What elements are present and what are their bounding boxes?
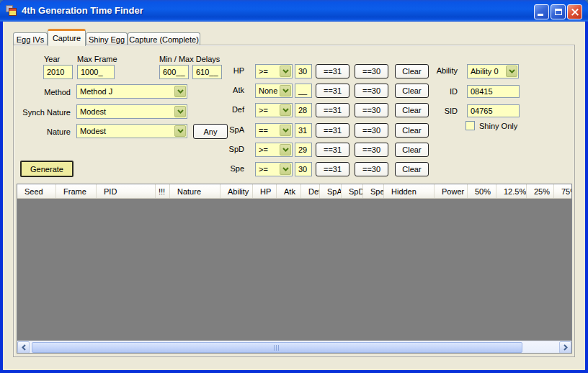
atk-comparer-select[interactable]: None xyxy=(255,84,293,98)
client-area: Egg IVs Capture Shiny Egg Capture (Compl… xyxy=(3,22,585,370)
atk-label: Atk xyxy=(187,86,244,94)
spd-comparer-select[interactable]: >= xyxy=(255,143,293,157)
window-title: 4th Generation Time Finder xyxy=(22,5,143,16)
scroll-left-button[interactable] xyxy=(17,341,30,354)
column-header-def[interactable]: Def xyxy=(301,184,320,198)
sid-label: SID xyxy=(400,107,458,115)
column-header-frame[interactable]: Frame xyxy=(56,184,97,198)
maximize-icon xyxy=(555,9,562,15)
generate-button[interactable]: Generate xyxy=(20,161,74,177)
def-value-input[interactable]: 28 xyxy=(295,103,312,117)
spa-comparer-select[interactable]: == xyxy=(255,123,293,138)
column-header-ability[interactable]: Ability xyxy=(220,184,253,198)
min-delay-input[interactable]: 600__ xyxy=(159,65,189,79)
spa-clear-button[interactable]: Clear xyxy=(395,123,429,138)
column-header-alert[interactable]: !!! xyxy=(156,184,170,198)
close-icon xyxy=(571,8,579,16)
title-bar[interactable]: 4th Generation Time Finder xyxy=(0,0,588,22)
column-header-power[interactable]: Power xyxy=(435,184,468,198)
nature-select[interactable]: Modest xyxy=(76,124,187,138)
spa-value-input[interactable]: 31 xyxy=(295,123,312,138)
def-label: Def xyxy=(187,105,244,114)
tab-capture[interactable]: Capture xyxy=(48,29,86,46)
spd-label: SpD xyxy=(187,145,244,153)
capture-tab-page: Year Max Frame Min / Max Delays 2010 100… xyxy=(13,45,575,357)
chevron-down-icon xyxy=(280,66,291,77)
scroll-left-icon xyxy=(22,344,26,351)
scroll-right-button[interactable] xyxy=(559,341,571,354)
spe-label: Spe xyxy=(187,164,244,173)
nature-label: Nature xyxy=(14,127,71,136)
atk-value-input[interactable]: __ xyxy=(295,84,312,98)
sid-input[interactable]: 04765 xyxy=(467,104,520,117)
app-window: 4th Generation Time Finder Egg IVs Captu… xyxy=(0,0,588,373)
chevron-down-icon xyxy=(280,144,291,156)
chevron-down-icon xyxy=(174,125,186,137)
column-header-12-5[interactable]: 12.5% xyxy=(496,184,527,198)
column-header-nature[interactable]: Nature xyxy=(170,184,220,198)
spd-set30-button[interactable]: ==30 xyxy=(355,143,388,157)
chevron-down-icon xyxy=(174,106,186,117)
atk-set31-button[interactable]: ==31 xyxy=(316,84,349,98)
column-header-spa[interactable]: SpA xyxy=(320,184,342,198)
def-set31-button[interactable]: ==31 xyxy=(316,103,349,117)
spe-comparer-select[interactable]: >= xyxy=(255,162,293,176)
spe-set31-button[interactable]: ==31 xyxy=(316,162,349,176)
column-header-seed[interactable]: Seed xyxy=(17,184,56,198)
app-icon xyxy=(6,5,17,17)
column-header-pid[interactable]: PID xyxy=(97,184,156,198)
spe-set30-button[interactable]: ==30 xyxy=(355,162,388,176)
spd-value-input[interactable]: 29 xyxy=(295,143,312,157)
column-header-50[interactable]: 50% xyxy=(468,184,496,198)
column-header-25[interactable]: 25% xyxy=(527,184,554,198)
horizontal-scrollbar[interactable] xyxy=(17,341,571,353)
shiny-only-label: Shiny Only xyxy=(479,122,517,130)
scroll-right-icon xyxy=(564,344,568,351)
id-label: ID xyxy=(400,87,458,96)
column-header-hidden[interactable]: Hidden xyxy=(384,184,435,198)
spd-set31-button[interactable]: ==31 xyxy=(316,143,349,157)
max-frame-label: Max Frame xyxy=(77,55,117,63)
scrollbar-grip-icon xyxy=(274,345,280,351)
results-body[interactable] xyxy=(17,199,571,341)
hp-set31-button[interactable]: ==31 xyxy=(316,64,349,78)
close-button[interactable] xyxy=(567,4,582,19)
max-frame-input[interactable]: 1000_ xyxy=(77,65,115,79)
method-select[interactable]: Method J xyxy=(76,84,187,99)
hp-comparer-select[interactable]: >= xyxy=(255,64,293,78)
chevron-down-icon xyxy=(280,85,291,96)
chevron-down-icon xyxy=(280,125,291,136)
shiny-only-checkbox[interactable] xyxy=(466,121,475,130)
column-header-atk[interactable]: Atk xyxy=(277,184,301,198)
year-label: Year xyxy=(44,55,60,63)
def-comparer-select[interactable]: >= xyxy=(255,103,293,117)
synch-nature-select[interactable]: Modest xyxy=(76,104,187,119)
chevron-down-icon xyxy=(280,163,291,175)
delays-label: Min / Max Delays xyxy=(159,55,220,63)
atk-set30-button[interactable]: ==30 xyxy=(355,84,388,98)
minimize-button[interactable] xyxy=(534,4,549,19)
def-set30-button[interactable]: ==30 xyxy=(355,103,388,117)
minimize-icon xyxy=(538,14,543,16)
spd-clear-button[interactable]: Clear xyxy=(395,143,429,157)
spe-value-input[interactable]: 30 xyxy=(295,162,312,176)
spe-clear-button[interactable]: Clear xyxy=(395,162,429,176)
hp-value-input[interactable]: 30 xyxy=(295,64,312,78)
maximize-button[interactable] xyxy=(551,4,566,19)
column-header-hp[interactable]: HP xyxy=(253,184,277,198)
chevron-down-icon xyxy=(506,66,517,77)
column-header-spd[interactable]: SpD xyxy=(342,184,363,198)
results-listview: Seed Frame PID !!! Nature Ability HP Atk… xyxy=(17,184,572,354)
hp-set30-button[interactable]: ==30 xyxy=(355,64,388,78)
column-header-75[interactable]: 75% xyxy=(554,184,572,198)
chevron-down-icon xyxy=(174,86,186,97)
spa-set30-button[interactable]: ==30 xyxy=(355,123,388,138)
ability-select[interactable]: Ability 0 xyxy=(467,64,519,78)
column-header-spe[interactable]: Spe xyxy=(363,184,384,198)
scrollbar-thumb[interactable] xyxy=(32,342,522,353)
year-input[interactable]: 2010 xyxy=(43,65,73,79)
chevron-down-icon xyxy=(280,104,291,116)
id-input[interactable]: 08415 xyxy=(467,85,520,98)
spa-set31-button[interactable]: ==31 xyxy=(316,123,349,138)
results-header-row: Seed Frame PID !!! Nature Ability HP Atk… xyxy=(17,184,571,199)
